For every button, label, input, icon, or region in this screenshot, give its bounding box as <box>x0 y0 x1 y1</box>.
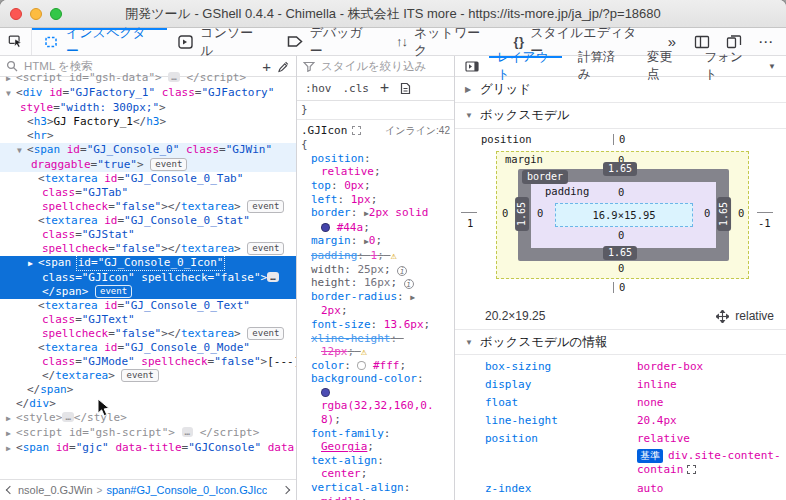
css-declaration[interactable]: #44a; <box>297 221 454 235</box>
rule-source-link[interactable]: インライン:42 <box>385 124 450 138</box>
css-declaration[interactable]: Georgia; <box>297 440 454 454</box>
dom-row[interactable]: ▶<span id="gjc" data-title="GJConsole" d… <box>0 441 296 456</box>
dom-row[interactable]: class="GJStat" <box>0 228 296 242</box>
css-declaration[interactable]: rgba(32,32,160,0. <box>297 399 454 413</box>
css-declaration[interactable]: border-radius: ▶ <box>297 290 454 305</box>
responsive-design-mode-button[interactable] <box>718 34 750 49</box>
breadcrumb-current[interactable]: span#GJ_Console_0_Icon.GJIcc <box>106 484 267 496</box>
css-declaration[interactable]: 2px; <box>297 304 454 318</box>
toolbox-menu-button[interactable]: ⋯ <box>750 33 782 51</box>
dom-row[interactable]: class="GJMode" spellcheck="false">[---] <box>0 355 296 369</box>
minimize-button[interactable] <box>30 8 42 20</box>
sidebar-tabs-dropdown[interactable]: ▼ <box>762 62 782 71</box>
sidebar-tab[interactable]: フォント <box>692 56 762 76</box>
dom-row[interactable]: ▶<span id="GJ_Console_0_Icon" <box>0 256 296 271</box>
dom-row[interactable]: spellcheck="false"></textarea> event <box>0 327 296 341</box>
css-declaration[interactable]: relative; <box>297 165 454 179</box>
property-row[interactable]: displayinline <box>455 375 786 393</box>
dom-row[interactable]: <h3>GJ Factory_1</h3> <box>0 115 296 129</box>
section-box-model-info[interactable]: ▼ ボックスモデルの情報 <box>455 329 786 355</box>
content-box[interactable]: 16.9×15.95 <box>555 203 693 227</box>
dom-row[interactable]: ▶<script id="gsh-data"> … </script> <box>0 71 296 86</box>
position-bottom-value[interactable]: 0 <box>613 281 625 293</box>
property-row[interactable]: z-indexauto <box>455 479 786 497</box>
border-left-value[interactable]: 1.65 <box>515 197 529 231</box>
highlight-selector-icon[interactable] <box>352 126 361 135</box>
pseudo-class-toggle[interactable]: :hov <box>305 82 332 95</box>
maximize-button[interactable] <box>50 8 62 20</box>
padding-bottom-value[interactable]: 0 <box>618 229 624 241</box>
dom-row[interactable]: </div> <box>0 397 296 411</box>
dom-row[interactable]: <textarea id="GJ_Console_0_Mode" <box>0 341 296 355</box>
sidebar-tab[interactable]: 変更点 <box>635 56 692 76</box>
highlight-node-icon[interactable] <box>687 465 696 474</box>
sidebar-tab[interactable]: 計算済み <box>566 56 635 76</box>
property-row[interactable]: box-sizingborder-box <box>455 357 786 375</box>
dom-row[interactable]: </span> <box>0 383 296 397</box>
css-declaration[interactable]: margin: ▶0; <box>297 234 454 249</box>
css-declaration[interactable]: text-align: <box>297 454 454 468</box>
position-top-value[interactable]: 0 <box>613 133 625 145</box>
section-box-model[interactable]: ▼ ボックスモデル <box>455 103 786 129</box>
css-declaration[interactable]: font-family: <box>297 427 454 441</box>
property-row[interactable]: positionrelative基準div.site-content-conta… <box>455 429 786 479</box>
dom-row[interactable]: ▶<script id="gsh-script"> … </script> <box>0 426 296 441</box>
add-rule-button[interactable]: + <box>380 81 389 96</box>
tab-console[interactable]: コンソール <box>167 28 275 55</box>
dom-row[interactable]: <textarea id="GJ_Console_0_Tab" <box>0 172 296 186</box>
css-declaration[interactable]: 12px; ⚠ <box>297 345 454 359</box>
css-declaration[interactable]: vertical-align: <box>297 481 454 495</box>
css-declaration[interactable]: font-size: 13.6px; <box>297 318 454 332</box>
dom-row[interactable]: ▶<style>…</style> <box>0 411 296 426</box>
position-right-value[interactable]: -1 <box>758 217 771 229</box>
dom-row[interactable]: class="GJTab" <box>0 186 296 200</box>
border-right-value[interactable]: 1.65 <box>717 197 731 231</box>
dom-row[interactable]: draggable="true"> event <box>0 158 296 172</box>
dom-row[interactable]: spellcheck="false"></textarea> event <box>0 200 296 214</box>
dom-row[interactable]: <textarea id="GJ_Console_0_Stat" <box>0 214 296 228</box>
sidebar-toggle-icon[interactable] <box>459 61 485 72</box>
dom-row[interactable]: <hr> <box>0 129 296 143</box>
rule-selector[interactable]: .GJIcon <box>301 124 347 138</box>
print-simulation-icon[interactable] <box>400 82 411 95</box>
dom-row[interactable]: class="GJIcon" spellcheck="false">… <box>0 271 296 285</box>
css-declaration[interactable]: padding: 1; ⚠ <box>297 249 454 263</box>
css-declaration[interactable]: background-color: <box>297 372 454 386</box>
breadcrumb-parent[interactable]: nsole_0.GJWin <box>18 484 93 496</box>
tab-debugger[interactable]: デバッガー <box>276 28 385 55</box>
tab-network[interactable]: ↑↓ネットワーク <box>385 28 502 55</box>
css-declaration[interactable]: middle; <box>297 495 454 500</box>
split-console-button[interactable] <box>686 35 718 49</box>
element-picker-button[interactable] <box>0 28 32 55</box>
css-declaration[interactable]: border: ▶2px solid <box>297 206 454 221</box>
breadcrumb-back-button[interactable] <box>2 480 18 500</box>
property-row[interactable]: floatnone <box>455 393 786 411</box>
sidebar-tab[interactable]: レイアウト <box>485 56 566 76</box>
dom-row[interactable]: <textarea id="GJ_Console_0_Text" <box>0 299 296 313</box>
css-declaration[interactable]: height: 16px; i <box>297 276 454 290</box>
class-toggle[interactable]: .cls <box>343 82 370 95</box>
position-left-value[interactable]: 1 <box>467 217 473 229</box>
padding-top-value[interactable]: 0 <box>618 186 624 198</box>
border-bottom-value[interactable]: 1.65 <box>603 246 637 260</box>
dom-row[interactable]: ▼<span id="GJ_Console_0" class="GJWin" <box>0 143 296 158</box>
breadcrumb-forward-button[interactable] <box>278 480 294 500</box>
dom-row[interactable]: ▼<div id="GJFactory_1" class="GJFactory" <box>0 86 296 101</box>
border-top-value[interactable]: 1.65 <box>603 162 637 176</box>
dom-row[interactable]: style="width: 300px;"> <box>0 101 296 115</box>
css-declaration[interactable]: xline-height: <box>297 332 454 346</box>
css-declaration[interactable]: color: #fff; <box>297 359 454 373</box>
css-declaration[interactable]: left: 1px; <box>297 193 454 207</box>
dom-row[interactable]: class="GJText" <box>0 313 296 327</box>
style-filter-input[interactable] <box>321 60 448 72</box>
padding-left-value[interactable]: 0 <box>537 207 543 219</box>
dom-row[interactable]: </textarea> event <box>0 369 296 383</box>
dom-row[interactable]: </span> event <box>0 285 296 299</box>
css-declaration[interactable]: position: <box>297 152 454 166</box>
tab-inspector[interactable]: インスペクター <box>32 28 167 55</box>
css-declaration[interactable]: width: 25px; i <box>297 263 454 277</box>
css-declaration[interactable] <box>297 386 454 400</box>
padding-right-value[interactable]: 0 <box>704 207 710 219</box>
property-row[interactable]: line-height20.4px <box>455 411 786 429</box>
dom-row[interactable]: spellcheck="false"></textarea> event <box>0 242 296 256</box>
